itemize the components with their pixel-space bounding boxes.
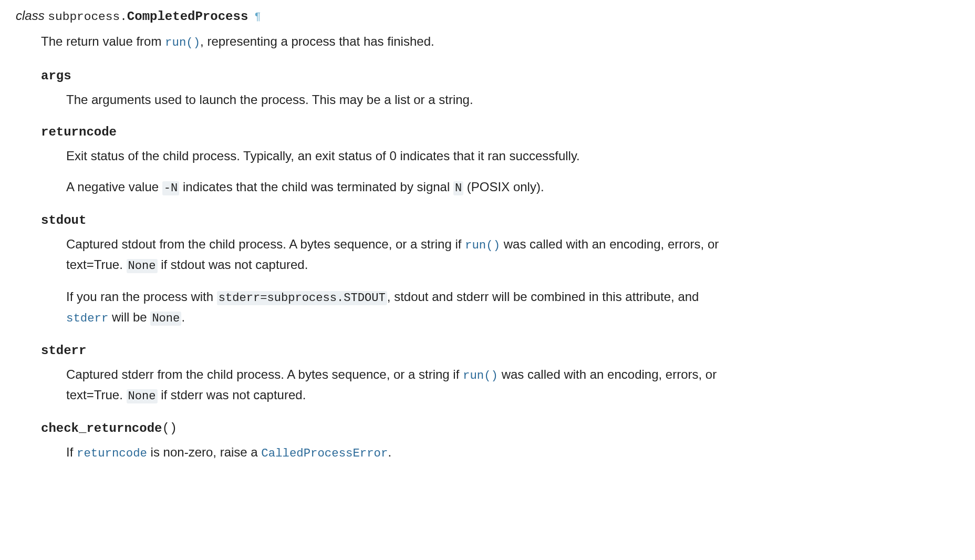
attr-name-stderr: stderr <box>41 341 959 360</box>
attribute-returncode: returncode Exit status of the child proc… <box>41 123 959 198</box>
attribute-stdout: stdout Captured stdout from the child pr… <box>41 211 959 328</box>
code-literal-none: None <box>150 312 181 326</box>
link-calledprocesserror[interactable]: CalledProcessError <box>261 447 388 460</box>
attr-name-stdout: stdout <box>41 211 959 230</box>
module-prefix: subprocess. <box>48 10 127 24</box>
class-description: The return value from run(), representin… <box>41 32 959 52</box>
paragraph: If you ran the process with stderr=subpr… <box>66 287 728 328</box>
attribute-stderr: stderr Captured stderr from the child pr… <box>41 341 959 406</box>
link-run[interactable]: run() <box>465 238 500 252</box>
link-returncode[interactable]: returncode <box>77 447 147 460</box>
text: (POSIX only). <box>463 180 544 194</box>
text: , representing a process that has finish… <box>200 34 434 48</box>
attr-body: Captured stdout from the child process. … <box>66 234 959 328</box>
text: Captured stderr from the child process. … <box>66 367 463 381</box>
text: Captured stdout from the child process. … <box>66 237 465 251</box>
text: , stdout and stderr will be combined in … <box>387 289 699 304</box>
code-literal-none: None <box>127 389 158 403</box>
text: . <box>181 310 185 324</box>
class-name: CompletedProcess <box>127 9 248 24</box>
attr-body: Exit status of the child process. Typica… <box>66 146 959 198</box>
code-literal-none: None <box>127 259 158 273</box>
text: if stderr was not captured. <box>158 388 306 402</box>
method-parens: () <box>162 421 177 435</box>
text: . <box>388 445 391 459</box>
link-stderr[interactable]: stderr <box>66 312 108 325</box>
code-literal: -N <box>162 181 180 195</box>
text: is non-zero, raise a <box>147 445 261 459</box>
text: if stdout was not captured. <box>158 257 308 272</box>
attr-name-args: args <box>41 67 959 86</box>
attribute-args: args The arguments used to launch the pr… <box>41 67 959 109</box>
class-definition: class subprocess.CompletedProcess ¶ The … <box>16 6 959 463</box>
method-name: check_returncode() <box>41 419 959 438</box>
paragraph: The arguments used to launch the process… <box>66 90 728 109</box>
text: The return value from <box>41 34 165 48</box>
attr-body: If returncode is non-zero, raise a Calle… <box>66 442 959 463</box>
code-literal: stderr=subprocess.STDOUT <box>217 291 387 305</box>
text: If <box>66 445 77 459</box>
text: indicates that the child was terminated … <box>179 180 453 194</box>
paragraph: Captured stderr from the child process. … <box>66 365 728 406</box>
class-signature: class subprocess.CompletedProcess ¶ <box>16 6 959 26</box>
link-run[interactable]: run() <box>165 36 200 49</box>
attr-name-returncode: returncode <box>41 123 959 142</box>
link-run[interactable]: run() <box>463 369 498 382</box>
paragraph: Exit status of the child process. Typica… <box>66 146 728 165</box>
method-check-returncode: check_returncode() If returncode is non-… <box>41 419 959 463</box>
text: A negative value <box>66 180 162 194</box>
paragraph: A negative value -N indicates that the c… <box>66 177 728 198</box>
permalink-icon[interactable]: ¶ <box>252 11 261 22</box>
attr-body: Captured stderr from the child process. … <box>66 365 959 406</box>
class-body: The return value from run(), representin… <box>41 32 959 463</box>
text: If you ran the process with <box>66 289 217 304</box>
paragraph: If returncode is non-zero, raise a Calle… <box>66 442 728 463</box>
paragraph: Captured stdout from the child process. … <box>66 234 728 275</box>
code-literal: N <box>453 181 463 195</box>
text: will be <box>108 310 150 324</box>
method-name-text: check_returncode <box>41 421 162 435</box>
attr-body: The arguments used to launch the process… <box>66 90 959 109</box>
class-keyword: class <box>16 8 45 23</box>
